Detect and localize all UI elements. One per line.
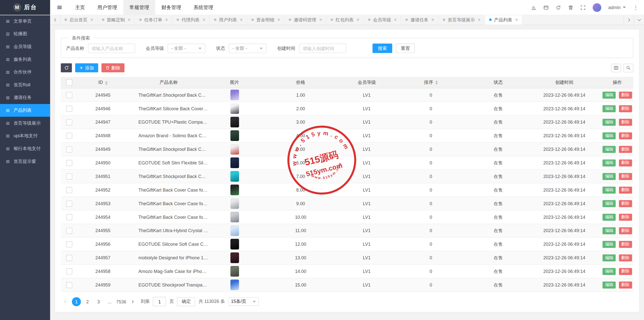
row-delete-button[interactable]: 删除 — [619, 119, 632, 126]
columns-toggle-button[interactable] — [611, 63, 621, 72]
status-select[interactable]: - 全部 - — [229, 44, 266, 53]
user-menu[interactable]: admin — [608, 5, 626, 10]
top-nav-item[interactable]: 常规管理 — [123, 0, 155, 15]
product-image[interactable] — [230, 185, 239, 195]
product-image[interactable] — [230, 103, 239, 114]
tab-close-icon[interactable]: × — [356, 17, 359, 22]
row-delete-button[interactable]: 删除 — [619, 91, 632, 98]
goto-page-input[interactable] — [153, 297, 166, 306]
row-checkbox[interactable] — [66, 241, 72, 247]
column-header[interactable]: 操作 — [601, 77, 633, 88]
tab[interactable]: 会员等级 × — [364, 15, 401, 25]
member-level-select[interactable]: - 全部 - — [168, 44, 205, 53]
sidebar-item[interactable]: 首页Roll — [0, 79, 50, 91]
row-checkbox[interactable] — [66, 173, 72, 179]
top-nav-item[interactable]: 主页 — [69, 0, 91, 15]
edit-button[interactable]: 编辑 — [603, 119, 616, 126]
tabs-scroll-right-icon[interactable] — [623, 15, 634, 25]
row-delete-button[interactable]: 删除 — [619, 281, 632, 289]
edit-button[interactable]: 编辑 — [603, 186, 616, 193]
sidebar-item[interactable]: 产品列表 — [0, 104, 50, 117]
reset-button[interactable]: 重置 — [396, 44, 415, 53]
tab[interactable]: 邀请任务 × — [401, 15, 439, 25]
row-delete-button[interactable]: 删除 — [619, 241, 632, 248]
edit-button[interactable]: 编辑 — [603, 200, 616, 207]
product-image[interactable] — [230, 157, 239, 168]
tab[interactable]: 邀请码管理 × — [285, 15, 327, 25]
top-nav-item[interactable]: 系统管理 — [187, 0, 219, 15]
sidebar-item[interactable]: 首页等级展示 — [0, 117, 50, 130]
row-checkbox[interactable] — [66, 119, 72, 125]
top-nav-item[interactable]: 财务管理 — [155, 0, 187, 15]
tab[interactable]: 用户列表 × — [210, 15, 247, 25]
tab-close-icon[interactable]: × — [277, 17, 280, 22]
row-delete-button[interactable]: 删除 — [619, 227, 632, 234]
tab-close-icon[interactable]: × — [90, 17, 93, 22]
row-delete-button[interactable]: 删除 — [619, 186, 632, 193]
row-delete-button[interactable]: 删除 — [619, 146, 632, 153]
sort-icon[interactable] — [435, 81, 438, 85]
page-number[interactable]: ... — [105, 297, 114, 306]
sort-icon[interactable] — [105, 81, 107, 85]
sidebar-item[interactable]: 轮播图 — [0, 27, 50, 40]
product-image[interactable] — [230, 144, 239, 154]
tab[interactable]: 红包列表 × — [327, 15, 364, 25]
tab-close-icon[interactable]: × — [431, 17, 434, 22]
tab-close-icon[interactable]: × — [165, 17, 168, 22]
tab-close-icon[interactable]: × — [515, 17, 518, 22]
column-header[interactable]: 创建时间 — [527, 77, 601, 88]
page-number[interactable]: 1 — [72, 297, 81, 306]
product-image[interactable] — [230, 266, 239, 276]
edit-button[interactable]: 编辑 — [603, 254, 616, 261]
tab-close-icon[interactable]: × — [240, 17, 243, 22]
row-checkbox[interactable] — [66, 228, 72, 234]
tab-close-icon[interactable]: × — [319, 17, 322, 22]
search-button[interactable]: 搜索 — [373, 44, 392, 53]
product-image[interactable] — [230, 212, 239, 222]
refresh-button[interactable] — [61, 63, 72, 72]
sidebar-item[interactable]: 首页提示窗 — [0, 155, 50, 168]
edit-button[interactable]: 编辑 — [603, 214, 616, 221]
tab[interactable]: 产品列表 × — [485, 15, 522, 25]
fullscreen-icon[interactable] — [580, 5, 586, 10]
row-delete-button[interactable]: 删除 — [619, 200, 632, 207]
page-number[interactable]: 3 — [94, 297, 103, 306]
product-image[interactable] — [230, 130, 239, 141]
sidebar-item[interactable]: 邀请任务 — [0, 91, 50, 104]
tab-close-icon[interactable]: × — [394, 17, 397, 22]
add-button[interactable]: 添加 — [75, 63, 98, 72]
column-header[interactable]: 排序 — [393, 77, 469, 88]
sidebar-item[interactable]: 文章单页 — [0, 15, 50, 28]
row-delete-button[interactable]: 删除 — [619, 159, 632, 166]
row-delete-button[interactable]: 删除 — [619, 268, 632, 275]
next-page-icon[interactable] — [128, 297, 137, 306]
edit-button[interactable]: 编辑 — [603, 241, 616, 248]
more-dots-icon[interactable]: ⋮ — [633, 4, 639, 11]
column-header[interactable]: 状态 — [469, 77, 527, 88]
row-checkbox[interactable] — [66, 105, 72, 112]
sidebar-item[interactable]: 银行本地支付 — [0, 142, 50, 155]
product-image[interactable] — [230, 90, 239, 100]
edit-button[interactable]: 编辑 — [603, 132, 616, 139]
row-delete-button[interactable]: 删除 — [619, 173, 632, 180]
delete-button[interactable]: 删除 — [101, 63, 124, 72]
row-checkbox[interactable] — [66, 200, 72, 206]
tab[interactable]: 首页等级展示 × — [439, 15, 485, 25]
goto-confirm-button[interactable]: 确定 — [177, 297, 195, 306]
tab-close-icon[interactable]: × — [128, 17, 131, 22]
product-image[interactable] — [230, 252, 239, 263]
edit-button[interactable]: 编辑 — [603, 227, 616, 234]
tab-close-icon[interactable]: × — [203, 17, 205, 22]
edit-button[interactable]: 编辑 — [603, 173, 616, 180]
page-number[interactable]: 7536 — [116, 297, 126, 306]
chart-icon[interactable] — [531, 5, 536, 10]
column-header[interactable]: ID — [77, 77, 129, 88]
tab[interactable]: 任务订单 × — [135, 15, 173, 25]
tab[interactable]: 资金明细 × — [247, 15, 285, 25]
product-image[interactable] — [230, 117, 239, 127]
row-delete-button[interactable]: 删除 — [619, 254, 632, 261]
row-checkbox[interactable] — [66, 282, 72, 288]
table-search-button[interactable] — [623, 63, 633, 72]
created-time-input[interactable] — [299, 44, 346, 53]
edit-button[interactable]: 编辑 — [603, 268, 616, 275]
